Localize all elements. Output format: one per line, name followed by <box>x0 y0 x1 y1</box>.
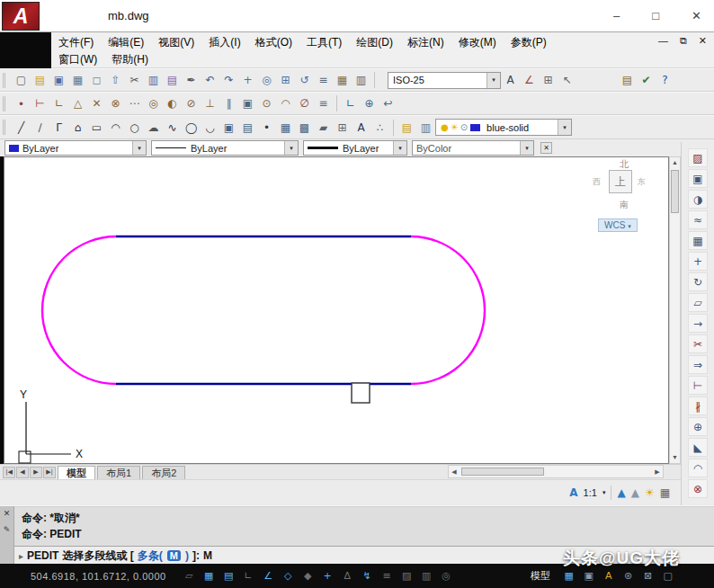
snap-toggle[interactable]: ▦ <box>201 568 218 584</box>
quick-properties-toggle[interactable]: ▥ <box>418 568 435 584</box>
mirror-icon[interactable]: ◑ <box>688 190 708 209</box>
extend-icon[interactable]: ⇒ <box>688 355 708 374</box>
mtext-icon[interactable]: A <box>352 119 370 137</box>
doc-close-button[interactable]: ✕ <box>699 35 707 47</box>
explode-icon[interactable]: ⊗ <box>688 479 708 498</box>
menu-item[interactable]: 文件(F) <box>51 35 101 50</box>
lock-icon[interactable]: ⊠ <box>640 568 656 584</box>
snap-endpoint-icon[interactable]: ∟ <box>49 94 68 112</box>
tab-scroll-button[interactable]: ▶| <box>43 467 56 478</box>
text-style-icon[interactable]: A <box>501 71 520 89</box>
osnap-3d-toggle[interactable]: ◆ <box>299 568 317 584</box>
layer-on-icon[interactable]: ● <box>441 123 449 132</box>
workspace-gear-icon[interactable]: ⊛ <box>620 568 637 584</box>
array-icon[interactable]: ▦ <box>688 231 708 250</box>
construction-line-icon[interactable]: ∕ <box>31 119 49 137</box>
snap-perpendicular-icon[interactable]: ⊥ <box>201 94 219 112</box>
scale-icon[interactable]: ▱ <box>688 293 708 312</box>
join-icon[interactable]: ⊕ <box>688 417 708 436</box>
menu-item[interactable]: 视图(V) <box>151 35 201 50</box>
dim-style-combo[interactable]: ISO-25 ▾ <box>388 72 501 89</box>
osnap-toggle[interactable]: ◇ <box>280 568 297 584</box>
viewcube-south-label[interactable]: 南 <box>620 199 629 211</box>
menu-item[interactable]: 参数(P) <box>504 35 554 50</box>
plot-icon[interactable]: ▦ <box>68 71 87 89</box>
menu-item[interactable]: 编辑(E) <box>101 35 151 50</box>
lineweight-control-combo[interactable]: ByLayer ▾ <box>303 140 407 156</box>
ucs-world-icon[interactable]: ⊕ <box>360 94 379 112</box>
snap-intersection-icon[interactable]: ✕ <box>87 94 106 112</box>
scroll-down-icon[interactable]: ▼ <box>672 452 678 463</box>
toolbar-grip[interactable] <box>3 96 7 111</box>
table-style-icon[interactable]: ⊞ <box>539 71 558 89</box>
chevron-down-icon[interactable]: ▾ <box>486 73 500 88</box>
doc-minimize-button[interactable]: — <box>658 35 668 47</box>
spline-icon[interactable]: ∿ <box>163 119 182 137</box>
ucs-icon[interactable]: ∟ <box>341 94 360 112</box>
snap-apparent-intersection-icon[interactable]: ⊗ <box>106 94 125 112</box>
snap-from-icon[interactable]: ⊢ <box>31 94 49 112</box>
menu-item[interactable]: 工具(T) <box>299 35 349 50</box>
erase-icon[interactable]: ▨ <box>688 148 708 167</box>
chevron-down-icon[interactable]: ▾ <box>393 141 406 155</box>
save-icon[interactable]: ▣ <box>49 71 68 89</box>
temp-track-point-icon[interactable]: ∙ <box>12 94 31 112</box>
close-toolbar-button[interactable]: ✕ <box>540 142 552 154</box>
help-icon[interactable]: ? <box>656 71 674 89</box>
snap-extension-icon[interactable]: ⋯ <box>125 94 144 112</box>
paste-icon[interactable]: ▤ <box>163 71 182 89</box>
viewcube-west-label[interactable]: 西 <box>593 176 601 188</box>
layer-states-icon[interactable]: ▥ <box>416 119 435 137</box>
break-icon[interactable]: ∦ <box>688 396 708 415</box>
selection-cycling-toggle[interactable]: ◎ <box>438 568 455 584</box>
transparency-toggle[interactable]: ▨ <box>398 568 415 584</box>
make-block-icon[interactable]: ▤ <box>238 119 257 137</box>
lineweight-toggle[interactable]: ≡ <box>379 568 396 584</box>
fillet-icon[interactable]: ◠ <box>688 459 708 477</box>
markup-set-icon[interactable]: ✔ <box>637 71 656 89</box>
annotation-icon[interactable]: A <box>601 568 617 584</box>
layer-combo[interactable]: ●☀⊙ blue-solid ▾ <box>435 119 572 136</box>
stretch-icon[interactable]: → <box>688 314 708 333</box>
prompt-option[interactable]: 多条( <box>138 548 163 564</box>
circle-icon[interactable]: ○ <box>125 119 144 137</box>
tab-scroll-button[interactable]: ◀ <box>16 467 29 478</box>
chevron-down-icon[interactable]: ▾ <box>520 141 533 155</box>
prompt-option-key[interactable]: M <box>167 550 181 561</box>
status-tray-icon[interactable]: ▦ <box>660 486 670 499</box>
snap-none-icon[interactable]: ∅ <box>295 94 314 112</box>
osnap-settings-icon[interactable]: ≡ <box>314 94 333 112</box>
snap-midpoint-icon[interactable]: △ <box>68 94 87 112</box>
ducs-toggle[interactable]: ∆ <box>339 568 356 584</box>
open-file-icon[interactable]: ▤ <box>31 71 49 89</box>
model-space-button[interactable]: 模型 <box>531 569 550 583</box>
hatch-icon[interactable]: ▦ <box>276 119 295 137</box>
menu-item[interactable]: 窗口(W) <box>51 52 104 67</box>
dyn-toggle[interactable]: ↯ <box>359 568 376 584</box>
snap-node-icon[interactable]: ⊙ <box>257 94 276 112</box>
tab-layout2[interactable]: 布局2 <box>142 466 185 479</box>
menu-item[interactable]: 绘图(D) <box>349 35 400 50</box>
viewcube-north-label[interactable]: 北 <box>620 158 629 171</box>
ortho-toggle[interactable]: ∟ <box>240 568 257 584</box>
tool-palettes-icon[interactable]: ▥ <box>352 71 370 89</box>
vertical-scroll-thumb[interactable] <box>671 170 679 213</box>
annotation-scale-value[interactable]: 1:1 <box>584 487 597 498</box>
mleader-style-icon[interactable]: ↖ <box>558 71 576 89</box>
polygon-icon[interactable]: ⌂ <box>68 119 87 137</box>
snap-center-icon[interactable]: ◎ <box>144 94 163 112</box>
snap-insert-icon[interactable]: ▣ <box>238 94 257 112</box>
layer-sun-icon[interactable]: ☀ <box>451 123 459 132</box>
chevron-down-icon[interactable]: ▾ <box>558 120 571 135</box>
infer-constraints-toggle[interactable]: ▱ <box>181 568 198 584</box>
arc-icon[interactable]: ◠ <box>106 119 125 137</box>
viewcube-east-label[interactable]: 东 <box>638 176 646 188</box>
performance-icon[interactable]: ☀ <box>645 486 655 499</box>
snap-tangent-icon[interactable]: ⊘ <box>182 94 201 112</box>
ellipse-icon[interactable]: ◯ <box>182 119 201 137</box>
plotstyle-control-combo[interactable]: ByColor ▾ <box>412 140 534 156</box>
chevron-down-icon[interactable]: ▾ <box>284 141 298 155</box>
polar-toggle[interactable]: ∠ <box>260 568 277 584</box>
stadium-left-arc[interactable] <box>42 236 116 384</box>
grid-toggle[interactable]: ▤ <box>220 568 237 584</box>
